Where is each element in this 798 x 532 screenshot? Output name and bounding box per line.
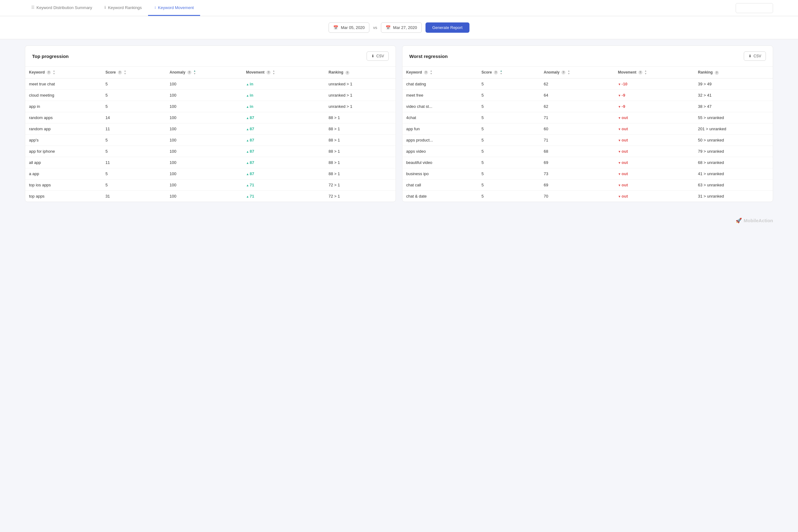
cell-anomaly: 100 — [166, 191, 242, 202]
cell-keyword: meet free — [402, 90, 478, 101]
filter-area: 📅 Mar 05, 2020 vs 📅 Mar 27, 2020 Generat… — [0, 16, 798, 39]
cell-keyword: top apps — [25, 191, 102, 202]
cell-score: 5 — [478, 168, 540, 179]
top-progression-title: Top progression — [32, 54, 69, 59]
cell-score: 5 — [478, 112, 540, 124]
movement-value: 87 — [246, 127, 254, 131]
branding: 🚀 MobileAction — [0, 214, 798, 230]
cell-ranking: 201 > unranked — [694, 124, 773, 135]
cell-keyword: video chat st... — [402, 101, 478, 112]
cell-movement: -9 — [614, 101, 694, 112]
cell-ranking: 55 > unranked — [694, 112, 773, 124]
cell-keyword: apps product... — [402, 135, 478, 146]
cell-ranking: 88 > 1 — [325, 112, 396, 124]
movement-value: out — [618, 171, 628, 176]
movement-sort-r[interactable]: ▲ ▼ — [644, 70, 647, 75]
table-row: app fun 5 60 out 201 > unranked — [402, 124, 773, 135]
cell-movement: 71 — [242, 191, 325, 202]
date-picker-1[interactable]: 📅 Mar 05, 2020 — [328, 22, 369, 33]
table-row: random app 11 100 87 88 > 1 — [25, 124, 396, 135]
cell-score: 5 — [102, 101, 166, 112]
worst-regression-csv-button[interactable]: ⬇ CSV — [744, 52, 766, 61]
cell-keyword: app in — [25, 101, 102, 112]
cell-keyword: apps video — [402, 146, 478, 157]
anomaly-sort[interactable]: ▲ ▼ — [193, 70, 196, 75]
cell-ranking: unranked > 1 — [325, 90, 396, 101]
movement-value: out — [618, 194, 628, 198]
anomaly-sort-r[interactable]: ▲ ▼ — [568, 70, 570, 75]
col-ranking-left: Ranking ? — [325, 67, 396, 78]
cell-movement: out — [614, 135, 694, 146]
cell-anomaly: 100 — [166, 168, 242, 179]
score-help-icon: ? — [118, 71, 122, 75]
col-score-left: Score ? ▲ ▼ — [102, 67, 166, 78]
cell-keyword: app for iphone — [25, 146, 102, 157]
cell-score: 5 — [102, 135, 166, 146]
cell-keyword: business ipo — [402, 168, 478, 179]
cell-score: 5 — [102, 78, 166, 90]
tab-keyword-rankings[interactable]: ℹ Keyword Rankings — [98, 0, 148, 16]
cell-anomaly: 100 — [166, 124, 242, 135]
cell-movement: in — [242, 90, 325, 101]
anomaly-help-icon: ? — [187, 71, 191, 75]
cell-score: 5 — [102, 168, 166, 179]
tab-keyword-movement[interactable]: ↕ Keyword Movement — [148, 0, 200, 16]
col-movement-left: Movement ? ▲ ▼ — [242, 67, 325, 78]
cell-keyword: random apps — [25, 112, 102, 124]
movement-value: 87 — [246, 149, 254, 154]
movement-value: -9 — [618, 104, 625, 109]
top-progression-header-row: Keyword ? ▲ ▼ Score ? ▲ — [25, 67, 396, 78]
table-row: all app 11 100 87 88 > 1 — [25, 157, 396, 168]
generate-report-button[interactable]: Generate Report — [425, 22, 470, 33]
movement-value: 87 — [246, 160, 254, 165]
cell-ranking: unranked > 1 — [325, 101, 396, 112]
keyword-sort-r[interactable]: ▲ ▼ — [430, 70, 432, 75]
cell-anomaly: 100 — [166, 146, 242, 157]
movement-value: 87 — [246, 138, 254, 142]
cell-keyword: a app — [25, 168, 102, 179]
table-row: chat call 5 69 out 63 > unranked — [402, 179, 773, 191]
top-progression-header: Top progression ⬇ CSV — [25, 46, 396, 67]
col-movement-right: Movement ? ▲ ▼ — [614, 67, 694, 78]
movement-value: 87 — [246, 115, 254, 120]
score-sort-r[interactable]: ▲ ▼ — [500, 70, 502, 75]
table-row: video chat st... 5 62 -9 38 > 47 — [402, 101, 773, 112]
keyword-sort[interactable]: ▲ ▼ — [53, 70, 55, 75]
cell-anomaly: 100 — [166, 78, 242, 90]
cell-ranking: 72 > 1 — [325, 191, 396, 202]
brand-name: MobileAction — [744, 218, 773, 223]
movement-value: in — [246, 93, 253, 98]
movement-help-icon-r: ? — [639, 71, 643, 75]
movement-value: -9 — [618, 93, 625, 98]
top-progression-csv-button[interactable]: ⬇ CSV — [366, 52, 389, 61]
col-keyword-left: Keyword ? ▲ ▼ — [25, 67, 102, 78]
top-progression-table: Keyword ? ▲ ▼ Score ? ▲ — [25, 67, 396, 202]
cell-movement: 87 — [242, 112, 325, 124]
table-row: top ios apps 5 100 71 72 > 1 — [25, 179, 396, 191]
cell-keyword: app's — [25, 135, 102, 146]
cell-score: 5 — [478, 157, 540, 168]
cell-anomaly: 62 — [540, 78, 614, 90]
tab-search-input — [736, 3, 773, 13]
calendar-icon-1: 📅 — [333, 25, 338, 30]
cell-movement: 87 — [242, 135, 325, 146]
cell-ranking: 63 > unranked — [694, 179, 773, 191]
score-sort[interactable]: ▲ ▼ — [124, 70, 126, 75]
cell-movement: out — [614, 179, 694, 191]
col-anomaly-left: Anomaly ? ▲ ▼ — [166, 67, 242, 78]
col-anomaly-right: Anomaly ? ▲ ▼ — [540, 67, 614, 78]
cell-ranking: 88 > 1 — [325, 168, 396, 179]
cell-keyword: random app — [25, 124, 102, 135]
cell-movement: 87 — [242, 146, 325, 157]
table-row: cloud meeting 5 100 in unranked > 1 — [25, 90, 396, 101]
cell-movement: out — [614, 157, 694, 168]
movement-value: out — [618, 149, 628, 154]
date-picker-2[interactable]: 📅 Mar 27, 2020 — [381, 22, 422, 33]
cell-anomaly: 69 — [540, 157, 614, 168]
cell-movement: -10 — [614, 78, 694, 90]
cell-ranking: 88 > 1 — [325, 157, 396, 168]
movement-value: in — [246, 82, 253, 86]
cell-keyword: meet true chat — [25, 78, 102, 90]
tab-keyword-distribution[interactable]: ☰ Keyword Distribution Summary — [25, 0, 98, 16]
movement-sort[interactable]: ▲ ▼ — [272, 70, 275, 75]
